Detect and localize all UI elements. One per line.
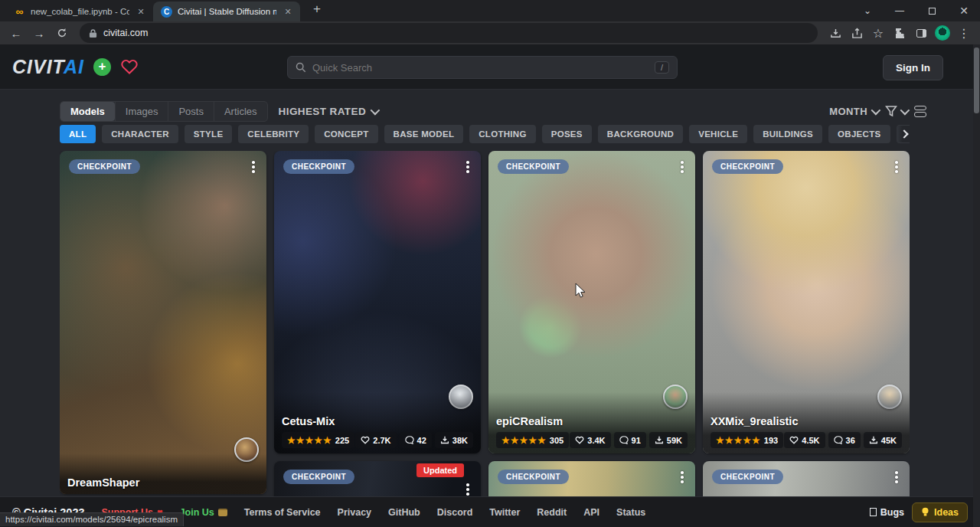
tab-search-chevron-icon[interactable]: ⌄ [851, 0, 884, 21]
tab-models[interactable]: Models [60, 102, 115, 121]
restore-button[interactable] [916, 0, 948, 21]
footer-link-github[interactable]: GitHub [388, 507, 420, 518]
model-card[interactable]: CHECKPOINTepiCRealism★★★★★3053.4K9159K [488, 151, 695, 453]
civitai-logo[interactable]: CIVITAI [12, 56, 84, 78]
card-menu-kebab-icon[interactable] [890, 469, 903, 486]
rating-pill[interactable]: ★★★★★225 [282, 432, 354, 448]
category-chip-clothing[interactable]: CLOTHING [469, 125, 535, 143]
footer-link-terms-of-service[interactable]: Terms of Service [244, 507, 321, 518]
bookmark-star-icon[interactable]: ☆ [868, 23, 888, 43]
category-chip-character[interactable]: CHARACTER [102, 125, 178, 143]
footer-link-discord[interactable]: Discord [437, 507, 473, 518]
likes-pill: 2.7K [355, 432, 396, 448]
funnel-icon [885, 105, 897, 117]
category-chip-buildings[interactable]: BUILDINGS [753, 125, 822, 143]
sort-select[interactable]: HIGHEST RATED [279, 106, 377, 117]
scrollbar-thumb[interactable] [974, 47, 979, 113]
rating-pill[interactable]: ★★★★★193 [710, 432, 783, 448]
footer-link-reddit[interactable]: Reddit [537, 507, 567, 518]
model-card-partial[interactable]: CHECKPOINT [703, 461, 910, 496]
download-tray-icon[interactable] [825, 23, 845, 43]
upload-plus-button[interactable]: + [93, 58, 111, 76]
footer-link-twitter[interactable]: Twitter [489, 507, 520, 518]
browser-tab-strip: ∞new_colab_file.ipynb - Colaborat✕CCivit… [0, 0, 980, 21]
card-menu-kebab-icon[interactable] [890, 159, 903, 175]
chevron-down-icon [871, 105, 881, 115]
tab-images[interactable]: Images [115, 102, 168, 121]
side-panel-icon[interactable] [911, 23, 931, 43]
content-type-tabs: ModelsImagesPostsArticles [60, 101, 268, 122]
quick-search[interactable]: / [287, 56, 678, 79]
filter-funnel-button[interactable] [885, 105, 907, 117]
address-bar[interactable]: civitai.com [80, 23, 818, 43]
category-chip-poses[interactable]: POSES [542, 125, 592, 143]
favorites-heart-button[interactable] [120, 58, 139, 75]
category-chip-objects[interactable]: OBJECTS [828, 125, 890, 143]
footer-link-label: Privacy [338, 507, 371, 518]
footer-link-api[interactable]: API [583, 507, 599, 518]
search-input[interactable] [312, 62, 648, 74]
browser-tab[interactable]: CCivitai | Stable Diffusion models,✕ [153, 2, 300, 21]
model-card[interactable]: CHECKPOINTDreamShaper [60, 151, 266, 494]
downloads-pill-value: 59K [667, 436, 682, 445]
card-menu-kebab-icon[interactable] [247, 159, 260, 175]
footer-link-join-us[interactable]: Join Us [180, 507, 227, 518]
category-chip-background[interactable]: BACKGROUND [598, 125, 683, 143]
model-type-badge: CHECKPOINT [283, 470, 354, 484]
card-layout-toggle[interactable] [914, 106, 926, 117]
card-menu-kebab-icon[interactable] [461, 159, 475, 175]
star-rating-icons: ★★★★★ [501, 436, 547, 445]
tab-close-icon[interactable]: ✕ [282, 5, 294, 18]
minimize-button[interactable]: — [884, 0, 916, 21]
category-chip-celebrity[interactable]: CELEBRITY [238, 125, 309, 143]
period-select[interactable]: MONTH [829, 106, 878, 117]
footer-link-status[interactable]: Status [616, 507, 645, 518]
category-chip-vehicle[interactable]: VEHICLE [689, 125, 747, 143]
footer-link-label: Reddit [537, 507, 567, 518]
close-window-button[interactable]: ✕ [948, 0, 980, 21]
footer-link-privacy[interactable]: Privacy [338, 507, 371, 518]
ideas-button[interactable]: Ideas [912, 502, 968, 522]
likes-pill-icon [361, 436, 370, 444]
browser-menu-kebab-icon[interactable]: ⋮ [954, 23, 974, 43]
back-button[interactable]: ← [6, 23, 26, 43]
category-chip-style[interactable]: STYLE [185, 125, 233, 143]
new-tab-button[interactable]: + [308, 0, 326, 18]
forward-button[interactable]: → [29, 23, 49, 43]
restore-icon [929, 8, 936, 15]
category-chip-all[interactable]: ALL [60, 125, 96, 143]
extensions-puzzle-icon[interactable] [890, 23, 910, 43]
model-type-badge: CHECKPOINT [69, 159, 140, 174]
layout-row-icon [914, 106, 926, 111]
profile-avatar[interactable] [933, 23, 952, 43]
tab-close-icon[interactable]: ✕ [135, 5, 147, 18]
model-card-partial[interactable]: CHECKPOINT [488, 461, 695, 496]
downloads-pill: 38K [435, 432, 473, 448]
tab-articles[interactable]: Articles [214, 102, 267, 121]
rating-pill[interactable]: ★★★★★305 [496, 432, 569, 448]
browser-tab[interactable]: ∞new_colab_file.ipynb - Colaborat✕ [6, 2, 153, 21]
comments-pill-value: 91 [632, 436, 641, 445]
likes-pill: 4.5K [784, 432, 825, 448]
colab-icon: ∞ [14, 6, 25, 18]
category-chip-concept[interactable]: CONCEPT [315, 125, 377, 143]
share-icon[interactable] [847, 23, 867, 43]
model-title: epiCRealism [496, 415, 688, 427]
model-card[interactable]: CHECKPOINTCetus-Mix★★★★★2252.7K4238K [274, 151, 481, 453]
card-menu-kebab-icon[interactable] [675, 159, 689, 175]
page-scrollbar[interactable] [973, 44, 980, 527]
model-stats-row: ★★★★★3053.4K9159K [496, 432, 688, 448]
reload-button[interactable] [52, 23, 72, 43]
tab-posts[interactable]: Posts [168, 102, 214, 121]
sign-in-button[interactable]: Sign In [883, 55, 943, 80]
updated-badge: Updated [416, 463, 464, 477]
chips-scroll-right-button[interactable] [896, 126, 913, 142]
star-rating-icons: ★★★★★ [716, 436, 761, 445]
likes-pill-value: 4.5K [802, 436, 819, 445]
category-chip-base-model[interactable]: BASE MODEL [384, 125, 464, 143]
model-card-partial[interactable]: CHECKPOINTUpdated [274, 461, 481, 496]
bugs-button[interactable]: Bugs [870, 507, 904, 518]
card-menu-kebab-icon[interactable] [461, 481, 475, 496]
card-menu-kebab-icon[interactable] [675, 469, 689, 486]
model-card[interactable]: CHECKPOINTXXMix_9realistic★★★★★1934.5K36… [703, 151, 910, 453]
